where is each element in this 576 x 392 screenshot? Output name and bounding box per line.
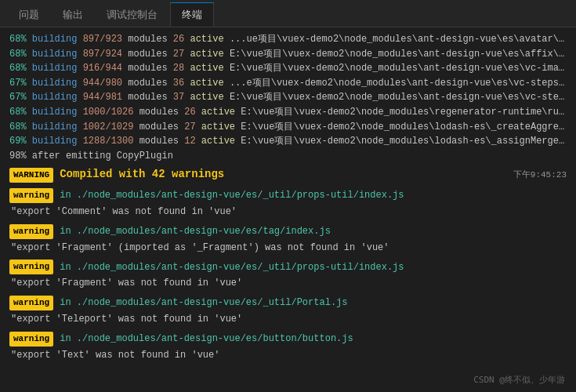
tab-bar: 问题 输出 调试控制台 终端 — [0, 0, 576, 27]
compiled-text: Compiled with 42 warnings — [60, 166, 224, 183]
warning-badge-big: WARNING — [9, 168, 53, 183]
terminal-panel: 68% building 897/923 modules 26 active .… — [0, 27, 576, 392]
warning-badge-small: warning — [9, 224, 53, 239]
watermark: CSDN @终不似、少年游 — [473, 374, 565, 386]
build-line: 69% building 1288/1300 modules 12 active… — [9, 134, 567, 149]
build-line: 68% building 897/924 modules 27 active E… — [9, 47, 567, 62]
build-line: 68% building 1002/1029 modules 27 active… — [9, 120, 567, 135]
warning-badge-small: warning — [9, 332, 53, 347]
export-message: "export 'Teleport' was not found in 'vue… — [11, 312, 567, 327]
tab-problems[interactable]: 问题 — [8, 2, 50, 27]
export-message: "export 'Fragment' (imported as '_Fragme… — [11, 241, 567, 256]
export-message: "export 'Comment' was not found in 'vue' — [11, 205, 567, 220]
tab-debug-console[interactable]: 调试控制台 — [96, 2, 168, 27]
build-line: 68% building 916/944 modules 28 active E… — [9, 61, 567, 76]
warning-badge-small: warning — [9, 260, 53, 274]
warning-file-row: warningin ./node_modules/ant-design-vue/… — [9, 260, 567, 274]
warning-badge-small: warning — [9, 296, 53, 310]
timestamp: 下午9:45:23 — [513, 169, 567, 182]
tab-output[interactable]: 输出 — [52, 2, 94, 27]
build-line: 68% building 1000/1026 modules 26 active… — [9, 105, 567, 120]
warning-compiled-row: WARNING Compiled with 42 warnings 下午9:45… — [9, 166, 567, 183]
build-line: 67% building 944/981 modules 37 active E… — [9, 90, 567, 105]
warning-file-row: warningin ./node_modules/ant-design-vue/… — [9, 296, 567, 310]
warning-file-path: in ./node_modules/ant-design-vue/es/_uti… — [60, 260, 404, 275]
export-message: "export 'Fragment' was not found in 'vue… — [11, 276, 567, 291]
warning-file-path: in ./node_modules/ant-design-vue/es/butt… — [60, 332, 353, 347]
tab-terminal[interactable]: 终端 — [170, 2, 214, 27]
warning-file-row: warningin ./node_modules/ant-design-vue/… — [9, 332, 567, 347]
warning-file-path: in ./node_modules/ant-design-vue/es/tag/… — [60, 224, 331, 239]
emitting-line: 98% after emitting CopyPlugin — [9, 149, 567, 164]
export-message: "export 'Text' was not found in 'vue' — [11, 348, 567, 363]
warning-file-path: in ./node_modules/ant-design-vue/es/_uti… — [60, 296, 347, 310]
warning-file-path: in ./node_modules/ant-design-vue/es/_uti… — [60, 188, 404, 203]
warning-file-row: warningin ./node_modules/ant-design-vue/… — [9, 224, 567, 239]
build-line: 68% building 897/923 modules 26 active .… — [9, 32, 567, 47]
warning-file-row: warningin ./node_modules/ant-design-vue/… — [9, 188, 567, 203]
build-line: 67% building 944/980 modules 36 active .… — [9, 76, 567, 91]
warning-badge-small: warning — [9, 188, 53, 203]
